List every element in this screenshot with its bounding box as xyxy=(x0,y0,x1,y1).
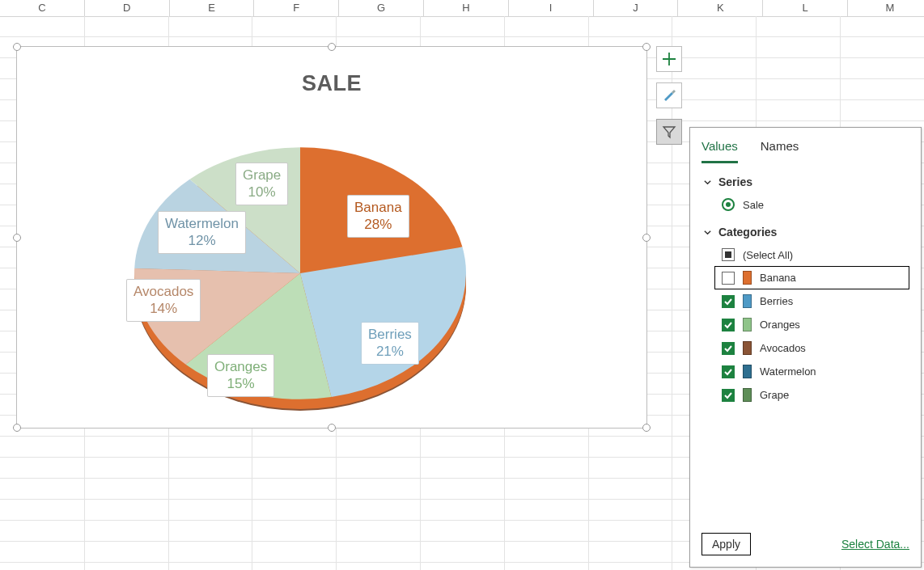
category-item-label: Berries xyxy=(760,295,793,307)
column-header-E[interactable]: E xyxy=(170,0,255,16)
color-swatch-icon xyxy=(743,388,752,402)
checkbox-checked-icon xyxy=(722,319,735,331)
column-header-K[interactable]: K xyxy=(678,0,763,16)
label-banana[interactable]: Banana28% xyxy=(347,195,409,238)
category-item-label: Oranges xyxy=(760,319,800,331)
categories-header-label: Categories xyxy=(718,226,777,239)
category-item-oranges[interactable]: Oranges xyxy=(714,313,909,336)
category-item-grape[interactable]: Grape xyxy=(714,383,909,407)
chart-styles-button[interactable] xyxy=(656,82,682,108)
category-item-banana[interactable]: Banana xyxy=(714,266,909,289)
chart-elements-button[interactable] xyxy=(656,46,682,72)
category-item-avocados[interactable]: Avocados xyxy=(714,336,909,360)
series-header[interactable]: Series xyxy=(703,175,909,188)
column-header-H[interactable]: H xyxy=(424,0,509,16)
color-swatch-icon xyxy=(743,271,752,285)
resize-handle[interactable] xyxy=(13,234,21,242)
label-watermelon[interactable]: Watermelon12% xyxy=(158,211,246,254)
color-swatch-icon xyxy=(743,365,752,378)
chart-filter-button[interactable] xyxy=(656,119,682,145)
tab-values[interactable]: Values xyxy=(701,134,738,163)
chart-title[interactable]: SALE xyxy=(17,71,646,96)
resize-handle[interactable] xyxy=(328,424,336,432)
series-item-label: Sale xyxy=(743,199,764,211)
resize-handle[interactable] xyxy=(642,234,651,242)
label-oranges[interactable]: Oranges15% xyxy=(207,354,274,397)
color-swatch-icon xyxy=(743,341,752,355)
chart-object[interactable]: SALE Banana28% Berries21% Oranges15% Avo… xyxy=(16,46,647,429)
checkbox-checked-icon xyxy=(722,389,735,402)
resize-handle[interactable] xyxy=(642,43,651,51)
categories-header[interactable]: Categories xyxy=(703,226,909,239)
column-header-G[interactable]: G xyxy=(339,0,424,16)
color-swatch-icon xyxy=(743,294,752,308)
column-header-I[interactable]: I xyxy=(509,0,594,16)
label-grape[interactable]: Grape10% xyxy=(235,163,288,205)
series-header-label: Series xyxy=(718,175,752,188)
category-item-watermelon[interactable]: Watermelon xyxy=(714,360,909,383)
category-item-label: Watermelon xyxy=(760,365,816,378)
resize-handle[interactable] xyxy=(328,43,336,51)
checkbox-mixed-icon xyxy=(722,248,735,261)
column-header-L[interactable]: L xyxy=(763,0,848,16)
checkbox-unchecked-icon xyxy=(722,272,735,285)
series-item-sale[interactable]: Sale xyxy=(714,193,909,216)
resize-handle[interactable] xyxy=(13,424,21,432)
column-header-D[interactable]: D xyxy=(85,0,170,16)
pie-chart[interactable]: Banana28% Berries21% Oranges15% Avocados… xyxy=(130,140,470,415)
column-header-F[interactable]: F xyxy=(254,0,339,16)
column-header-M[interactable]: M xyxy=(848,0,924,16)
select-data-link[interactable]: Select Data... xyxy=(841,538,909,551)
category-select-all[interactable]: (Select All) xyxy=(714,243,909,266)
select-all-label: (Select All) xyxy=(743,249,793,261)
apply-button[interactable]: Apply xyxy=(701,533,751,555)
chart-filter-panel: Values Names Series Sale Categories (Sel… xyxy=(689,127,922,568)
category-item-berries[interactable]: Berries xyxy=(714,289,909,313)
category-item-label: Banana xyxy=(760,272,796,284)
checkbox-checked-icon xyxy=(722,295,735,308)
column-header-J[interactable]: J xyxy=(594,0,679,16)
checkbox-checked-icon xyxy=(722,342,735,355)
tab-names[interactable]: Names xyxy=(761,134,799,163)
category-item-label: Avocados xyxy=(760,342,806,354)
resize-handle[interactable] xyxy=(13,43,21,51)
column-headers: CDEFGHIJKLM xyxy=(0,0,924,17)
category-item-label: Grape xyxy=(760,389,789,401)
label-avocados[interactable]: Avocados14% xyxy=(126,279,201,322)
resize-handle[interactable] xyxy=(642,424,651,432)
checkbox-checked-icon xyxy=(722,365,735,378)
column-header-C[interactable]: C xyxy=(0,0,85,16)
radio-icon xyxy=(722,198,735,211)
color-swatch-icon xyxy=(743,318,752,331)
label-berries[interactable]: Berries21% xyxy=(361,322,419,365)
